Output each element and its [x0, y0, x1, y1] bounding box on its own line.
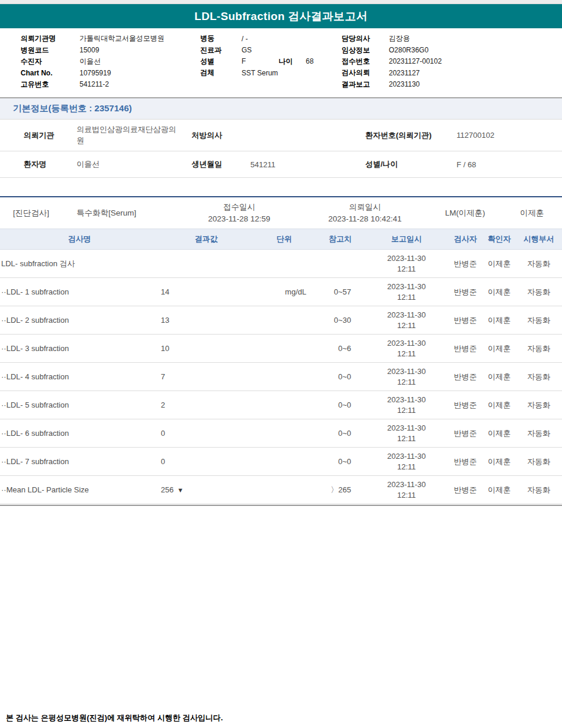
reference-range: 0~0 [315, 372, 365, 381]
report-title: LDL-Subfraction 검사결과보고서 [194, 9, 368, 24]
reference-range: 0~0 [315, 401, 365, 409]
basic-info-section-header: 기본정보(등록번호 : 2357146) [0, 97, 562, 119]
result-value: 7 [159, 372, 253, 381]
report-date: 2023-11-30 [365, 338, 448, 349]
patient-header-row: 병원코드 15009 [21, 44, 164, 55]
department: 자동화 [515, 400, 562, 411]
report-title-bar: LDL-Subfraction 검사결과보고서 [0, 4, 562, 28]
patient-header-row: Chart No. 10795919 [21, 67, 164, 78]
basic-info-title: 기본정보(등록번호 : 2357146) [13, 103, 132, 114]
report-time: 12:11 [365, 377, 448, 388]
department: 자동화 [515, 315, 562, 326]
lm-person: LM(이제훈) [428, 208, 502, 219]
patient-header-row: 의뢰기관명 가톨릭대학교서울성모병원 [21, 33, 164, 44]
report-datetime: 2023-11-3012:11 [365, 423, 448, 444]
cell-value: 의료법인삼광의료재단삼광의원 [77, 124, 191, 147]
result-number: 14 [161, 287, 169, 296]
field-label: 임상정보 [342, 45, 389, 55]
column-header: 결과값 [159, 234, 253, 244]
test-name: ··LDL- 4 subfraction [0, 372, 159, 381]
patient-header-row: 검사의뢰 20231127 [342, 67, 442, 78]
column-header: 검사명 [0, 234, 159, 244]
result-number: 256 [161, 485, 174, 494]
confirmer: 이제훈 [483, 485, 515, 495]
examiner: 반병준 [448, 400, 483, 411]
field-label: 검사의뢰 [342, 68, 389, 78]
field-value: / - [242, 35, 248, 43]
department: 자동화 [515, 456, 562, 467]
request-datetime: 2023-11-28 10:42:41 [302, 213, 428, 225]
department: 자동화 [515, 287, 562, 297]
result-row: ··LDL- 4 subfraction 7 0~0 2023-11-3012:… [0, 363, 562, 391]
report-time: 12:11 [365, 264, 448, 274]
column-header: 보고일시 [365, 234, 448, 244]
field-label: 의뢰기관명 [21, 34, 80, 44]
patient-header-row: 수진자 이을선 [21, 56, 164, 67]
report-time: 12:11 [365, 405, 448, 416]
patient-header-row: 검체 SST Serum [200, 67, 313, 78]
receipt-datetime-block: 접수일시 2023-11-28 12:59 [177, 201, 302, 224]
result-row: LDL- subfraction 검사 2023-11-3012:11 반병준 … [0, 250, 562, 278]
cell-label: 의뢰기관 [0, 130, 77, 141]
table-row: 환자명 이을선 생년월일 541211 성별/나이 F / 68 [0, 151, 562, 178]
result-value: 2 [159, 401, 253, 409]
result-row: ··LDL- 6 subfraction 0 0~0 2023-11-3012:… [0, 419, 562, 448]
test-name: LDL- subfraction 검사 [0, 259, 159, 269]
result-row: ··Mean LDL- Particle Size 256▼ 〉265 2023… [0, 476, 562, 504]
results-section-info-row: [진단검사] 특수화학[Serum] 접수일시 2023-11-28 12:59… [0, 197, 562, 229]
report-time: 12:11 [365, 434, 448, 444]
cell-label: 성별/나이 [365, 159, 457, 170]
result-number: 2 [161, 401, 165, 409]
result-number: 10 [161, 344, 169, 353]
examiner: 반병준 [448, 485, 483, 495]
patient-header-row: 진료과 GS [200, 44, 313, 55]
field-value: O280R36G0 [389, 46, 428, 54]
department: 자동화 [515, 259, 562, 269]
cell-value: 112700102 [457, 131, 562, 140]
result-number: 7 [161, 372, 165, 381]
result-value [159, 259, 253, 268]
result-value: 256▼ [159, 485, 253, 494]
patient-header-row: 담당의사 김장용 [342, 33, 442, 44]
field-label: 병원코드 [21, 45, 80, 55]
report-time: 12:11 [365, 349, 448, 359]
patient-header-row: 병동 / - [200, 33, 313, 44]
field-value: SST Serum [242, 69, 278, 77]
field-value: 541211-2 [80, 80, 109, 88]
reference-range: 0~30 [315, 316, 365, 325]
examiner: 반병준 [448, 428, 483, 439]
reference-range: 0~57 [315, 287, 365, 296]
reference-range: 〉265 [315, 485, 365, 495]
cell-label: 처방의사 [191, 130, 250, 141]
report-date: 2023-11-30 [365, 423, 448, 434]
field-value: 15009 [80, 46, 99, 54]
column-header: 참고치 [315, 234, 365, 244]
test-name: ··LDL- 7 subfraction [0, 457, 159, 466]
patient-header: 의뢰기관명 가톨릭대학교서울성모병원 병원코드 15009 수진자 이을선 Ch… [0, 28, 562, 97]
result-row: ··LDL- 1 subfraction 14 mg/dL 0~57 2023-… [0, 278, 562, 306]
request-label: 의뢰일시 [302, 201, 428, 213]
report-time: 12:11 [365, 320, 448, 331]
confirmer: 이제훈 [483, 315, 515, 326]
field-value: 20231127-00102 [389, 57, 442, 65]
report-datetime: 2023-11-3012:11 [365, 451, 448, 472]
receipt-datetime: 2023-11-28 12:59 [177, 213, 302, 225]
field-value: 10795919 [80, 69, 111, 77]
result-row: ··LDL- 2 subfraction 13 0~30 2023-11-301… [0, 306, 562, 335]
field-label: 성별 [200, 57, 242, 67]
outsourcing-note: 본 검사는 은평성모병원(진검)에 재위탁하여 시행한 검사입니다. [0, 713, 562, 723]
field-label: 진료과 [200, 45, 242, 55]
report-date: 2023-11-30 [365, 451, 448, 462]
confirmer: 이제훈 [483, 456, 515, 467]
patient-header-row: 성별 F 나이 68 [200, 56, 313, 67]
report-time: 12:11 [365, 490, 448, 501]
unit: mg/dL [253, 287, 315, 296]
result-value: 13 [159, 316, 253, 325]
result-number: 0 [161, 457, 165, 466]
report-datetime: 2023-11-3012:11 [365, 310, 448, 330]
report-time: 12:11 [365, 292, 448, 303]
confirmer: 이제훈 [483, 372, 515, 382]
window-top-strip [0, 0, 562, 4]
examiner: 반병준 [448, 343, 483, 354]
test-name: ··LDL- 2 subfraction [0, 316, 159, 325]
